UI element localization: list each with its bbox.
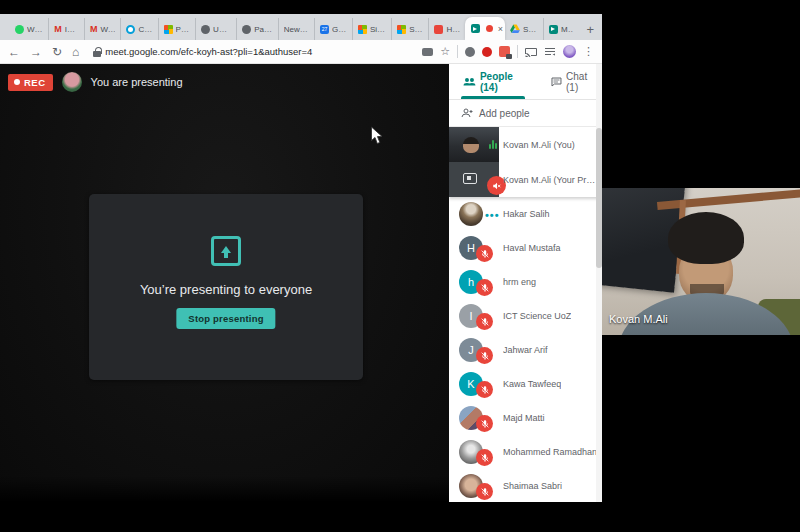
mic-muted-icon[interactable] [476,381,493,398]
meet-icon [471,24,480,33]
tab-label: Sign o [370,25,386,34]
address-bar: ← → ↻ ⌂ meet.google.com/efc-koyh-ast?pli… [0,40,602,64]
reload-button[interactable]: ↻ [52,45,62,59]
participant-name: Haval Mustafa [503,243,561,253]
new-tab-button[interactable]: + [578,18,602,40]
tab-new-tab[interactable]: New Tab [278,18,314,40]
participant-row[interactable]: ••• Hakar Salih [449,197,602,231]
tab-label: Sign i [409,25,423,34]
participant-row[interactable]: J Jahwar Arif [449,333,602,367]
stop-presenting-button[interactable]: Stop presenting [176,308,275,329]
tab-sign-out[interactable]: Sign o [352,18,391,40]
extension-icon[interactable] [465,47,475,57]
participant-row[interactable]: Mohammed Ramadhan [449,435,602,469]
add-people-button[interactable]: Add people [449,100,602,127]
extension-badge-icon[interactable] [499,46,510,57]
presenting-card: You’re presenting to everyone Stop prese… [89,194,363,380]
participant-row[interactable]: h hrm eng [449,265,602,299]
adblock-icon[interactable] [482,47,492,57]
webcam-name-label: Kovan M.Ali [609,313,668,325]
participant-name: Hakar Salih [503,209,550,219]
tab-label: New Tab [284,25,309,34]
browser-menu-icon[interactable]: ⋮ [583,46,594,57]
tab-webex[interactable]: M Webe [84,18,121,40]
participant-name: Kovan M.Ali (Your Presentation) [503,175,599,185]
globe-icon [242,25,251,34]
participant-avatar [459,202,483,226]
participant-row[interactable]: K Kawa Tawfeeq [449,367,602,401]
browser-tab-strip: Whats M Inbox M Webe Cisco Partic UOZ C [0,14,602,40]
microsoft-icon [164,25,173,34]
tab-chat[interactable]: Chat (1) [551,71,602,93]
face [463,137,479,153]
browser-window: Whats M Inbox M Webe Cisco Partic UOZ C [0,14,602,502]
participant-name: Kawa Tawfeeq [503,379,561,389]
participant-row[interactable]: H Haval Mustafa [449,231,602,265]
tab-label: UOZ C [213,25,231,34]
tab-gmail-inbox[interactable]: M Inbox [48,18,84,40]
mic-muted-icon[interactable] [476,483,493,500]
profile-avatar[interactable] [563,45,576,58]
speaking-dots-icon: ••• [485,209,500,221]
microsoft-icon [358,25,367,34]
tab-whatsapp[interactable]: Whats [10,18,48,40]
tab-meet-active[interactable]: ! × [465,17,505,40]
mouse-cursor [370,126,383,149]
tab-head[interactable]: Head [428,18,464,40]
participant-row-presentation[interactable]: Kovan M.Ali (Your Presentation) [449,162,602,197]
whatsapp-icon [15,25,24,34]
globe-icon [201,25,210,34]
mic-muted-icon[interactable] [476,279,493,296]
participant-name: hrm eng [503,277,536,287]
drive-icon [510,24,520,35]
presenter-avatar [62,72,82,92]
bookmark-star-icon[interactable]: ☆ [440,46,450,57]
participant-list: Kovan M.Ali (You) Kovan M.Ali (Your Pres… [449,127,602,502]
tab-uoz[interactable]: UOZ C [195,18,236,40]
participant-row[interactable]: Majd Matti [449,401,602,435]
forward-button[interactable]: → [30,45,42,59]
tab-people[interactable]: People (14) [463,71,533,93]
tab-label: Inbox [65,25,79,34]
tab-cisco[interactable]: Cisco [120,18,157,40]
mic-muted-icon[interactable] [476,347,493,364]
active-tab-underline [461,96,525,99]
tab-participants[interactable]: Partic [158,18,196,40]
cast-icon[interactable] [525,43,537,61]
presentation-area: REC You are presenting You’re presenting… [0,64,449,502]
tab-meet-2[interactable]: Meet [543,18,578,40]
people-icon [463,77,476,87]
url-field[interactable]: meet.google.com/efc-koyh-ast?pli=1&authu… [93,46,312,57]
mic-muted-icon[interactable] [476,415,493,432]
participant-row[interactable]: I ICT Science UoZ [449,299,602,333]
add-person-icon [461,108,473,118]
participant-name: ICT Science UoZ [503,311,571,321]
tab-share[interactable]: Share [505,18,543,40]
panel-tabs: People (14) Chat (1) [449,64,602,100]
participant-row[interactable]: Shaimaa Sabri [449,469,602,502]
tab-label: Meet [561,25,573,34]
presenting-message: You’re presenting to everyone [89,282,363,297]
present-screen-icon [463,173,477,184]
mic-muted-icon[interactable] [476,313,493,330]
tab-sign-in[interactable]: Sign i [391,18,428,40]
participant-name: Majd Matti [503,413,545,423]
home-button[interactable]: ⌂ [72,45,79,59]
mic-muted-icon[interactable] [476,449,493,466]
reading-list-icon[interactable] [544,43,556,61]
back-button[interactable]: ← [8,45,20,59]
media-indicator-icon [422,48,433,56]
person-hair [668,212,744,264]
people-panel: People (14) Chat (1) Add people [449,64,602,502]
screen: Whats M Inbox M Webe Cisco Partic UOZ C [0,0,800,532]
mic-muted-icon[interactable] [476,245,493,262]
participant-row-self[interactable]: Kovan M.Ali (You) [449,127,602,162]
tab-page[interactable]: Page n [236,18,278,40]
tab-gmail[interactable]: 27 Gmail [314,18,352,40]
lock-icon [93,47,101,57]
close-icon[interactable]: × [496,24,503,34]
chat-icon [551,77,562,87]
participant-name: Jahwar Arif [503,345,548,355]
recording-dot-icon [486,25,493,32]
microsoft-icon [397,25,406,34]
